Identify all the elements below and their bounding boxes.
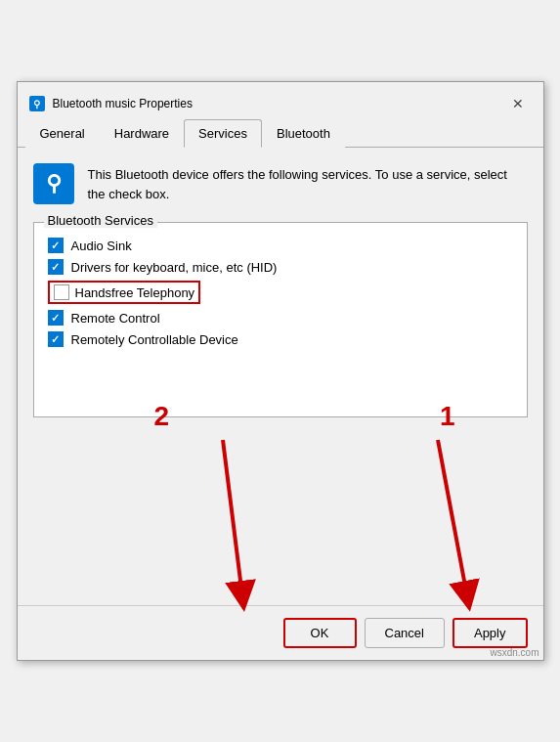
info-section: ⚲ This Bluetooth device offers the follo…	[33, 163, 528, 204]
cancel-button[interactable]: Cancel	[365, 618, 445, 648]
dialog-window: ⚲ Bluetooth music Properties ✕ General H…	[17, 81, 544, 661]
tab-bluetooth[interactable]: Bluetooth	[262, 119, 345, 148]
service-label-remotely-controllable: Remotely Controllable Device	[71, 332, 238, 347]
checkbox-audio-sink[interactable]	[48, 238, 64, 253]
services-group-label: Bluetooth Services	[44, 213, 157, 228]
checkbox-remotely-controllable[interactable]	[48, 331, 64, 347]
window-icon: ⚲	[29, 96, 45, 111]
checkbox-handsfree[interactable]	[54, 284, 69, 300]
service-label-remote-control: Remote Control	[71, 311, 160, 326]
apply-button[interactable]: Apply	[452, 618, 528, 648]
service-item-remotely-controllable: Remotely Controllable Device	[48, 328, 513, 350]
checkbox-drivers-hid[interactable]	[48, 259, 64, 275]
service-label-handsfree: Handsfree Telephony	[75, 285, 195, 300]
tab-services[interactable]: Services	[184, 119, 262, 148]
title-bar: ⚲ Bluetooth music Properties ✕	[18, 82, 543, 117]
bluetooth-icon: ⚲	[33, 163, 74, 204]
tab-general[interactable]: General	[25, 119, 100, 148]
title-bar-left: ⚲ Bluetooth music Properties	[29, 96, 193, 111]
service-item-handsfree: Handsfree Telephony	[48, 278, 513, 307]
service-item-remote-control: Remote Control	[48, 307, 513, 328]
checkbox-remote-control[interactable]	[48, 310, 64, 326]
info-text: This Bluetooth device offers the followi…	[88, 163, 528, 203]
service-label-drivers-hid: Drivers for keyboard, mice, etc (HID)	[71, 260, 278, 275]
tab-bar: General Hardware Services Bluetooth	[18, 119, 543, 148]
window-icon-symbol: ⚲	[33, 99, 40, 109]
bluetooth-symbol: ⚲	[46, 171, 62, 196]
service-item-audio-sink: Audio Sink	[48, 235, 513, 256]
handsfree-highlight-box: Handsfree Telephony	[48, 281, 201, 304]
service-item-drivers-hid: Drivers for keyboard, mice, etc (HID)	[48, 256, 513, 278]
tab-content: ⚲ This Bluetooth device offers the follo…	[18, 148, 543, 605]
window-title: Bluetooth music Properties	[53, 97, 193, 110]
services-group: Bluetooth Services Audio Sink Drivers fo…	[33, 222, 528, 417]
footer-buttons: OK Cancel Apply	[33, 618, 528, 648]
service-label-audio-sink: Audio Sink	[71, 239, 132, 253]
watermark: wsxdn.com	[490, 647, 538, 658]
dialog-footer: 1 2 OK Cancel Apply wsxdn.com	[18, 605, 543, 660]
tab-hardware[interactable]: Hardware	[100, 119, 184, 148]
close-button[interactable]: ✕	[504, 94, 532, 113]
ok-button[interactable]: OK	[283, 618, 357, 648]
